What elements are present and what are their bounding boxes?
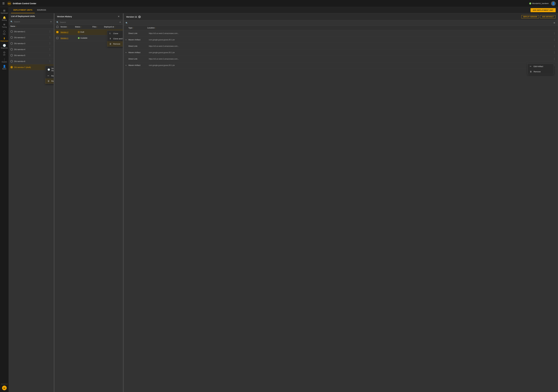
row-menu-du5[interactable]: ⋮: [48, 54, 52, 57]
ctx-rename[interactable]: ✏ Rename: [45, 73, 54, 78]
row-menu-du4[interactable]: ⋮: [48, 48, 52, 51]
sidebar-item-alerting[interactable]: 🔔 Alerting: [0, 15, 9, 22]
v2-status-badge: Draft: [78, 31, 97, 33]
type-sort-arrow[interactable]: ↑: [133, 27, 134, 29]
user-status: ✓ Wonderful_bardeen: [529, 2, 549, 5]
tracing-icon: ≋: [3, 23, 5, 26]
sidebar-item-dr[interactable]: ⊙ DR: [0, 50, 9, 57]
list-item[interactable]: DU-service-1 ⋮: [9, 29, 54, 34]
ctx-clone-and-deploy[interactable]: ⬆ Clone and Deploy: [107, 36, 123, 41]
a6-expand[interactable]: ▾: [126, 64, 129, 66]
mid-col-deployed: Deployed at ↑: [104, 26, 117, 28]
right-context-menu: ✏ Edit Artifact 🗑 Remove: [527, 64, 553, 74]
a3-menu-btn[interactable]: ⋮: [553, 44, 556, 48]
a5-menu-btn[interactable]: ⋮: [553, 57, 556, 60]
app-body: ⊞ Dashboard 🔔 Alerting ≋ Tracing ⬡ SQL ⬆…: [0, 7, 558, 392]
row-menu-du1[interactable]: ⋮: [48, 30, 52, 33]
v1-status-badge: ✓ Available: [78, 37, 97, 39]
sidebar-item-deployment[interactable]: ⬆ Deployment: [0, 36, 9, 43]
sidebar-item-sql[interactable]: ⬡ SQL: [0, 29, 9, 36]
snapshots-icon: 🕐: [3, 44, 6, 47]
sidebar-item-admin[interactable]: 👤 Admin: [0, 64, 9, 71]
v2-version-link[interactable]: Version 2: [61, 31, 68, 33]
row-menu-du6[interactable]: ⋮: [48, 60, 52, 63]
sidebar-item-dashboard[interactable]: ⊞ Dashboard: [0, 8, 9, 15]
list-item[interactable]: DU-service-6 ⋮: [9, 58, 54, 64]
right-search-row: 🔍 ✕: [124, 20, 558, 26]
tab-sources[interactable]: SOURCES: [35, 7, 49, 13]
v1-version: Version 1: [61, 37, 78, 39]
ctx-edit-artifact[interactable]: ✏ Edit Artifact: [527, 64, 553, 69]
list-item[interactable]: DU-service-3 ⋮: [9, 41, 54, 46]
a2-expand[interactable]: ▾: [126, 39, 129, 41]
mid-search-clear[interactable]: ✕: [119, 21, 121, 23]
left-panel-title: List of Deployment Units: [11, 15, 35, 17]
row-menu-du3[interactable]: ⋮: [48, 42, 52, 45]
list-item[interactable]: DU-service-4 ⋮: [9, 46, 54, 52]
name-sort-arrow[interactable]: ↑: [16, 26, 17, 27]
version-select-all-cb[interactable]: [56, 26, 58, 28]
a1-menu-btn[interactable]: ⋮: [553, 32, 556, 35]
draft-status-dot: [78, 31, 80, 33]
v1-version-link[interactable]: Version 1: [61, 37, 68, 39]
row-radio-du7: [10, 66, 13, 68]
location-sort-arrow[interactable]: ↑: [155, 27, 156, 29]
list-item[interactable]: DU-service-2 ⋮: [9, 34, 54, 41]
avatar[interactable]: 👤: [551, 1, 556, 6]
ctx-remove-du[interactable]: 🗑 Remove: [45, 78, 54, 84]
add-deployment-unit-button[interactable]: ADD DEPLOYMENT UNIT: [531, 8, 556, 12]
left-table-header: Name ↑: [9, 24, 54, 29]
hamburger-menu[interactable]: ☰: [2, 2, 5, 5]
version-sort-arrow[interactable]: ↑: [67, 26, 68, 28]
mid-search-input[interactable]: [60, 21, 118, 23]
version-title-row: Version 11 ✓: [126, 16, 141, 18]
a4-expand[interactable]: ▾: [126, 51, 129, 54]
right-search-input[interactable]: [129, 22, 551, 24]
artifact-row-a1[interactable]: Direct Link https://s3.us-west-2.amazona…: [124, 30, 558, 37]
deploy-version-button[interactable]: DEPLOY VERSION: [521, 15, 539, 18]
ctx-remove-version[interactable]: 🗑 Remove: [107, 41, 123, 46]
version-row-v2[interactable]: ✓ Version 2 Draft ⋮: [55, 29, 123, 35]
artifact-row-a3[interactable]: Direct Link https://s3.us-west-2.amazona…: [124, 43, 558, 49]
a2-type: Maven Artifact: [129, 39, 149, 41]
a2-menu-btn[interactable]: ⋮: [553, 38, 556, 41]
sidebar-item-clusters[interactable]: ⋮ Clusters: [0, 57, 9, 64]
sidebar-item-tracing[interactable]: ≋ Tracing: [0, 22, 9, 29]
left-search-clear[interactable]: ✕: [50, 20, 52, 23]
sidebar-label-tracing: Tracing: [2, 26, 7, 28]
artifact-row-a5[interactable]: Direct Link https://s3.us-west-2.amazona…: [124, 56, 558, 62]
a4-menu-btn[interactable]: ⋮: [553, 51, 556, 54]
list-item[interactable]: DU-service-7 (draft) ⋮ 🕐 Show Version Hi…: [9, 64, 54, 70]
files-sort-arrow[interactable]: ↑: [97, 26, 98, 28]
deployed-sort-arrow[interactable]: ↑: [114, 26, 115, 28]
a1-location: https://s3.us-west-2.amazonaws.com...: [149, 32, 553, 34]
artifact-row-a4[interactable]: ▾ Maven Artifact com.google.guava:guava:…: [124, 49, 558, 56]
tab-deployment-units[interactable]: DEPLOYMENT UNITS: [11, 7, 35, 13]
online-indicator: ✓: [529, 2, 531, 5]
list-item[interactable]: DU-service-5 ⋮: [9, 52, 54, 58]
row-name-du7: DU-service-7 (draft): [14, 66, 48, 68]
row-name-du1: DU-service-1: [14, 31, 48, 33]
mid-panel-close[interactable]: ✕: [117, 15, 121, 18]
row-name-du4: DU-service-4: [14, 48, 48, 51]
ctx-show-version-history[interactable]: 🕐 Show Version History: [45, 66, 54, 73]
ctx-remove-artifact[interactable]: 🗑 Remove: [527, 69, 553, 74]
sidebar-label-dr: DR: [3, 54, 5, 56]
left-search-input[interactable]: [14, 21, 49, 23]
right-search-close[interactable]: ✕: [552, 21, 556, 24]
row-menu-du2[interactable]: ⋮: [48, 36, 52, 39]
right-col-location: Location ↑: [147, 27, 552, 29]
sidebar-label-deployment: Deployment: [0, 40, 8, 42]
add-artifact-button[interactable]: ADD ARTIFACT: [540, 15, 556, 18]
mid-col-version: Version ↑: [61, 26, 75, 28]
row-radio-du2: [10, 36, 13, 39]
sidebar-item-snapshots[interactable]: 🕐 Snapshots: [0, 43, 9, 50]
right-search-icon: 🔍: [126, 22, 128, 24]
artifact-row-a2[interactable]: ▾ Maven Artifact com.google.guava:guava:…: [124, 37, 558, 43]
status-sort-arrow[interactable]: ↑: [81, 26, 82, 28]
v1-checkbox[interactable]: [56, 37, 58, 39]
dr-icon: ⊙: [3, 51, 5, 54]
v2-checkbox[interactable]: ✓: [56, 31, 58, 33]
artifact-row-a6[interactable]: ▾ Maven Artifact com.google.guava:guava:…: [124, 62, 558, 68]
ctx-clone[interactable]: ⎘ Clone: [107, 31, 123, 36]
